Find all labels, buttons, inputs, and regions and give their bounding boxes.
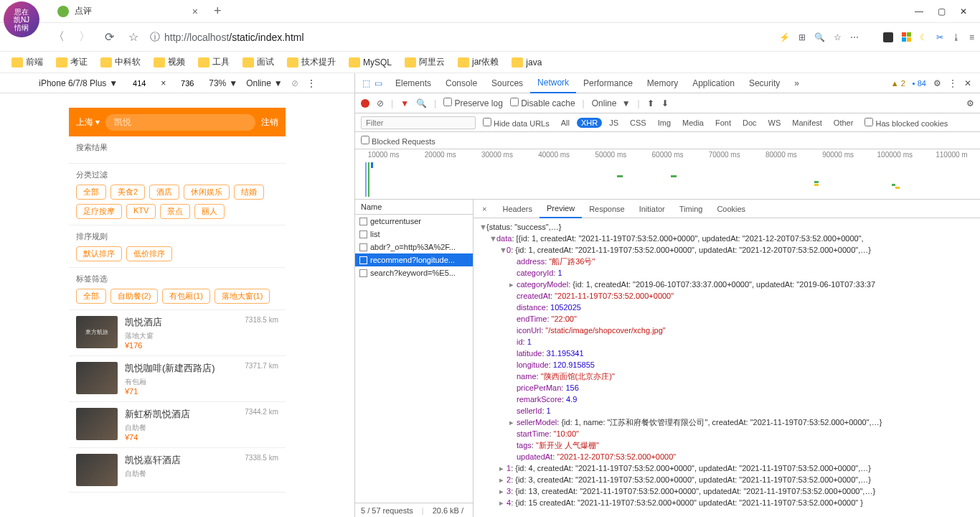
filter-type[interactable]: JS	[605, 118, 623, 128]
inspect-icon[interactable]: ⬚	[362, 78, 370, 88]
close-button[interactable]: ✕	[960, 6, 967, 17]
rotate-icon[interactable]: ⊘	[291, 78, 298, 88]
filter-type[interactable]: Manifest	[788, 118, 826, 128]
devtools-tab[interactable]: Memory	[640, 73, 685, 93]
minimize-button[interactable]: —	[915, 6, 923, 17]
filter-chip[interactable]: 休闲娱乐	[184, 185, 230, 200]
reload-button[interactable]: ⟳	[102, 27, 117, 47]
filter-type[interactable]: CSS	[626, 118, 651, 128]
filter-type[interactable]: Font	[711, 118, 735, 128]
devtools-tab[interactable]: Sources	[484, 73, 530, 93]
warnings-badge[interactable]: ▲ 2	[891, 79, 905, 88]
request-row[interactable]: search?keyword=%E5...	[355, 266, 473, 279]
detail-tab[interactable]: Timing	[672, 200, 710, 218]
filter-chip[interactable]: 落地大窗(1)	[215, 289, 270, 304]
filter-type[interactable]: Doc	[738, 118, 761, 128]
devtools-tab[interactable]: Network	[530, 73, 576, 93]
blocked-requests[interactable]: Blocked Requests	[361, 136, 435, 146]
hide-data-urls[interactable]: Hide data URLs	[483, 118, 550, 128]
kebab-icon[interactable]: ⋮	[948, 78, 957, 88]
throttle-select[interactable]: Online ▼	[592, 98, 631, 108]
back-button[interactable]: 〈	[50, 27, 67, 47]
upload-icon[interactable]: ⬆	[647, 98, 654, 108]
close-devtools[interactable]: ✕	[964, 78, 971, 88]
request-row[interactable]: list	[355, 228, 473, 241]
filter-type[interactable]: WS	[764, 118, 786, 128]
more-tabs[interactable]: »	[788, 78, 805, 88]
throttle-select[interactable]: Online ▼	[246, 78, 283, 88]
messages-badge[interactable]: ▪ 84	[913, 79, 926, 88]
devtools-tab[interactable]: Console	[438, 73, 484, 93]
flash-icon[interactable]: ⚡	[779, 32, 790, 42]
maximize-button[interactable]: ▢	[938, 6, 946, 17]
detail-tab[interactable]: Initiator	[632, 200, 672, 218]
filter-chip[interactable]: 美食2	[110, 185, 145, 200]
bookmark-item[interactable]: 中科软	[96, 55, 145, 70]
zoom-select[interactable]: 73% ▼	[209, 78, 237, 88]
filter-chip[interactable]: 全部	[76, 185, 106, 200]
settings-icon[interactable]: ⚙	[933, 78, 941, 88]
logout-button[interactable]: 注销	[261, 116, 278, 129]
scissors-icon[interactable]: ✂	[936, 32, 943, 42]
json-preview[interactable]: ▼{status: "success",…}▼data: [{id: 1, cr…	[473, 218, 980, 517]
detail-tab[interactable]: Cookies	[710, 200, 753, 218]
url-input[interactable]: ⓘ http://localhost/static/index.html	[150, 31, 771, 44]
network-timeline[interactable]: 10000 ms20000 ms30000 ms40000 ms50000 ms…	[355, 149, 980, 200]
filter-type[interactable]: Media	[678, 118, 708, 128]
bookmark-item[interactable]: 技术提升	[283, 55, 340, 70]
devtools-tab[interactable]: Security	[742, 73, 787, 93]
bookmark-item[interactable]: 视频	[149, 55, 189, 70]
bookmark-item[interactable]: MySQL	[344, 56, 396, 69]
menu-icon[interactable]: ≡	[969, 32, 974, 42]
filter-chip[interactable]: 结婚	[234, 185, 264, 200]
more-icon[interactable]: ⋯	[850, 32, 859, 42]
filter-type[interactable]: Other	[829, 118, 858, 128]
close-detail[interactable]: ×	[476, 205, 492, 213]
browser-tab[interactable]: 点评 ×	[49, 1, 207, 22]
result-item[interactable]: 凯悦咖啡(新建西路店)7371.7 km有包厢¥71	[69, 356, 286, 402]
device-select[interactable]: iPhone 6/7/8 Plus ▼	[39, 78, 118, 88]
filter-icon[interactable]: ▼	[400, 98, 409, 108]
bookmark-item[interactable]: 前端	[7, 55, 47, 70]
qr-icon[interactable]: ⊞	[798, 32, 806, 42]
devtools-tab[interactable]: Elements	[388, 73, 438, 93]
detail-tab[interactable]: Response	[582, 200, 632, 218]
devtools-tab[interactable]: Performance	[576, 73, 640, 93]
bookmark-item[interactable]: jar依赖	[453, 55, 503, 70]
filter-chip[interactable]: 足疗按摩	[76, 204, 122, 219]
result-item[interactable]: 東方航旅凯悦酒店7318.5 km落地大窗¥176	[69, 310, 286, 356]
filter-chip[interactable]: 低价排序	[126, 246, 172, 261]
favorite-button[interactable]: ☆	[126, 27, 141, 47]
filter-chip[interactable]: 丽人	[194, 204, 225, 219]
filter-chip[interactable]: 有包厢(1)	[162, 289, 209, 304]
height-input[interactable]	[174, 79, 200, 88]
bookmark-item[interactable]: 工具	[194, 55, 234, 70]
devtools-tab[interactable]: Application	[685, 73, 742, 93]
record-button[interactable]	[361, 99, 369, 108]
tab-close-icon[interactable]: ×	[192, 6, 198, 17]
filter-type[interactable]: Img	[654, 118, 675, 128]
download-icon[interactable]: ⬇	[661, 98, 669, 108]
column-header[interactable]: Name	[355, 200, 473, 215]
result-item[interactable]: 新虹桥凯悦酒店7344.2 km自助餐¥74	[69, 402, 286, 448]
clear-button[interactable]: ⊘	[377, 98, 384, 108]
detail-tab[interactable]: Headers	[495, 200, 540, 218]
has-blocked-cookies[interactable]: Has blocked cookies	[864, 118, 948, 128]
request-row[interactable]: recommend?longitude...	[355, 253, 473, 266]
forward-button[interactable]: 〉	[76, 27, 93, 47]
result-item[interactable]: 凯悦嘉轩酒店7338.5 km自助餐	[69, 448, 286, 493]
settings-icon[interactable]: ⚙	[966, 98, 974, 108]
filter-input[interactable]	[361, 116, 476, 129]
bookmark-item[interactable]: 考证	[52, 55, 92, 70]
location-picker[interactable]: 上海 ▾	[76, 116, 100, 129]
search-icon[interactable]: 🔍	[416, 98, 427, 108]
zoom-icon[interactable]: 🔍	[814, 32, 825, 42]
request-row[interactable]: abdr?_o=http%3A%2F...	[355, 241, 473, 253]
ext-icon-2[interactable]	[902, 32, 911, 42]
filter-chip[interactable]: 默认排序	[76, 246, 122, 261]
download-icon[interactable]: ⭳	[952, 32, 961, 42]
newtab-button[interactable]: +	[207, 4, 229, 19]
star-icon[interactable]: ☆	[834, 32, 842, 42]
width-input[interactable]	[126, 79, 152, 88]
filter-chip[interactable]: 自助餐(2)	[110, 289, 158, 304]
